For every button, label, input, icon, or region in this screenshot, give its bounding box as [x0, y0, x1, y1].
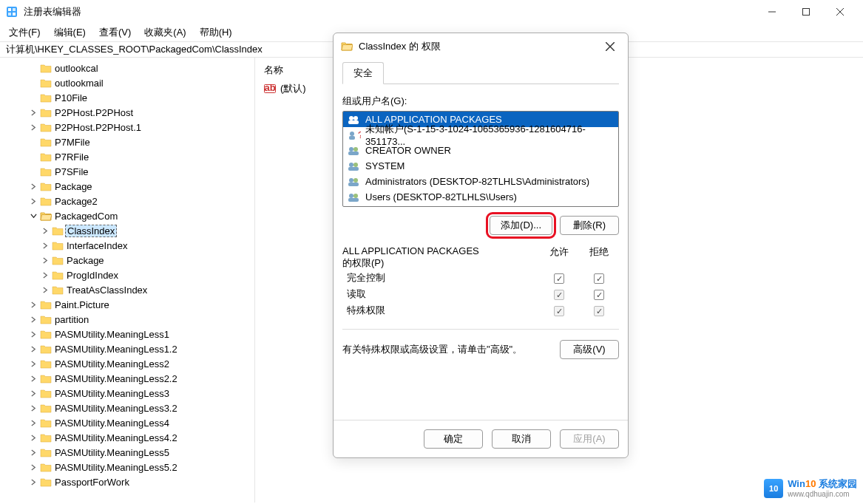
- tree-item[interactable]: PassportForWork: [0, 474, 254, 489]
- registry-tree[interactable]: outlookcaloutlookmailP10FileP2PHost.P2PH…: [0, 58, 255, 503]
- tree-item[interactable]: ProgIdIndex: [0, 268, 254, 282]
- chevron-right-icon[interactable]: [28, 329, 38, 339]
- window-maximize-button[interactable]: [789, 0, 823, 24]
- chevron-right-icon[interactable]: [28, 432, 38, 443]
- tree-item[interactable]: PackagedCom: [0, 208, 254, 223]
- folder-icon: [40, 181, 52, 191]
- tree-item[interactable]: Paint.Picture: [0, 297, 254, 312]
- permission-name: 完全控制: [342, 271, 539, 285]
- chevron-right-icon[interactable]: [28, 181, 38, 191]
- tree-item[interactable]: P7MFile: [0, 134, 254, 149]
- permission-row: 完全控制: [342, 270, 619, 286]
- tree-item-label: outlookmail: [55, 78, 104, 89]
- menu-favorites[interactable]: 收藏夹(A): [138, 24, 192, 41]
- tree-item-label: Package: [67, 255, 104, 266]
- tree-item[interactable]: outlookmail: [0, 75, 254, 90]
- remove-button[interactable]: 删除(R): [560, 216, 619, 235]
- tree-item[interactable]: outlookcal: [0, 61, 254, 75]
- chevron-right-icon[interactable]: [40, 255, 50, 265]
- chevron-right-icon[interactable]: [28, 462, 38, 472]
- svg-rect-5: [803, 9, 810, 16]
- tree-item[interactable]: PASMUtility.MeaningLess2: [0, 356, 254, 371]
- svg-rect-1: [8, 8, 11, 11]
- users-listbox[interactable]: ALL APPLICATION PACKAGES?未知帐户(S-1-15-3-1…: [342, 111, 619, 207]
- tree-item-label: PassportForWork: [55, 477, 129, 488]
- user-list-item[interactable]: Users (DESKTOP-82TLHLS\Users): [343, 189, 618, 205]
- chevron-right-icon[interactable]: [28, 314, 38, 324]
- watermark-brand: Win10 系统家园: [788, 479, 857, 489]
- folder-icon: [40, 462, 52, 472]
- chevron-right-icon[interactable]: [28, 447, 38, 457]
- chevron-right-icon[interactable]: [28, 299, 38, 310]
- tree-item[interactable]: PASMUtility.MeaningLess1.2: [0, 341, 254, 356]
- tab-security[interactable]: 安全: [342, 62, 384, 84]
- menu-file[interactable]: 文件(F): [3, 24, 47, 41]
- user-list-item[interactable]: SYSTEM: [343, 158, 618, 174]
- chevron-right-icon[interactable]: [28, 196, 38, 206]
- address-path: 计算机\HKEY_CLASSES_ROOT\PackagedCom\ClassI…: [6, 43, 263, 56]
- tree-item[interactable]: ClassIndex: [0, 223, 254, 238]
- svg-point-20: [349, 178, 353, 183]
- tree-item[interactable]: P10File: [0, 90, 254, 105]
- tree-item[interactable]: PASMUtility.MeaningLess5: [0, 445, 254, 460]
- tree-item-label: InterfaceIndex: [67, 240, 127, 251]
- tree-item[interactable]: P2PHost.P2PHost.1: [0, 120, 254, 134]
- tree-item[interactable]: Package2: [0, 194, 254, 208]
- tree-item-label: PASMUtility.MeaningLess3.2: [55, 403, 177, 414]
- tree-item[interactable]: InterfaceIndex: [0, 238, 254, 253]
- chevron-right-icon[interactable]: [28, 477, 38, 487]
- chevron-right-icon[interactable]: [28, 388, 38, 398]
- apply-button[interactable]: 应用(A): [560, 429, 619, 449]
- chevron-right-icon[interactable]: [40, 285, 50, 295]
- tree-item[interactable]: PASMUtility.MeaningLess5.2: [0, 460, 254, 474]
- chevron-right-icon[interactable]: [28, 373, 38, 384]
- tree-item[interactable]: P2PHost.P2PHost: [0, 105, 254, 120]
- tree-item[interactable]: PASMUtility.MeaningLess2.2: [0, 371, 254, 386]
- tree-item[interactable]: Package: [0, 253, 254, 268]
- advanced-button[interactable]: 高级(V): [560, 340, 619, 359]
- chevron-right-icon[interactable]: [40, 270, 50, 280]
- chevron-down-icon[interactable]: [28, 211, 38, 221]
- svg-point-8: [349, 116, 353, 120]
- permission-row: 特殊权限: [342, 302, 619, 319]
- perm-for-line2: 的权限(P): [342, 257, 384, 268]
- menu-view[interactable]: 查看(V): [93, 24, 137, 41]
- chevron-right-icon[interactable]: [28, 344, 38, 354]
- chevron-right-icon[interactable]: [28, 107, 38, 118]
- chevron-right-icon[interactable]: [28, 418, 38, 428]
- tree-item[interactable]: PASMUtility.MeaningLess3: [0, 386, 254, 401]
- window-minimize-button[interactable]: [755, 0, 789, 24]
- value-name: (默认): [280, 82, 306, 95]
- menu-help[interactable]: 帮助(H): [194, 24, 238, 41]
- user-list-item[interactable]: ?未知帐户(S-1-15-3-1024-1065365936-128160471…: [343, 127, 618, 143]
- tree-item[interactable]: PASMUtility.MeaningLess3.2: [0, 401, 254, 415]
- ok-button[interactable]: 确定: [424, 429, 483, 449]
- cancel-button[interactable]: 取消: [492, 429, 551, 449]
- tree-item[interactable]: PASMUtility.MeaningLess4: [0, 415, 254, 430]
- checkbox[interactable]: [594, 273, 604, 284]
- tree-item[interactable]: P7SFile: [0, 164, 254, 179]
- users-icon: [348, 146, 361, 156]
- chevron-right-icon[interactable]: [28, 403, 38, 413]
- svg-point-17: [349, 163, 353, 167]
- checkbox[interactable]: [594, 290, 604, 300]
- tree-item[interactable]: PASMUtility.MeaningLess4.2: [0, 430, 254, 445]
- tree-item[interactable]: TreatAsClassIndex: [0, 282, 254, 297]
- checkbox[interactable]: [554, 273, 564, 284]
- tree-item[interactable]: PASMUtility.MeaningLess1: [0, 327, 254, 341]
- menu-edit[interactable]: 编辑(E): [48, 24, 92, 41]
- chevron-right-icon[interactable]: [28, 122, 38, 132]
- folder-icon: [40, 211, 52, 221]
- tree-item[interactable]: partition: [0, 312, 254, 327]
- user-list-item[interactable]: Administrators (DESKTOP-82TLHLS\Administ…: [343, 174, 618, 189]
- folder-icon: [40, 63, 52, 73]
- chevron-right-icon[interactable]: [40, 225, 50, 236]
- dialog-titlebar[interactable]: ClassIndex 的 权限: [334, 33, 628, 60]
- tree-item[interactable]: Package: [0, 179, 254, 194]
- add-button[interactable]: 添加(D)...: [490, 216, 552, 235]
- chevron-right-icon[interactable]: [28, 358, 38, 369]
- window-close-button[interactable]: [823, 0, 857, 24]
- chevron-right-icon[interactable]: [40, 240, 50, 251]
- dialog-close-button[interactable]: [600, 36, 620, 57]
- tree-item[interactable]: P7RFile: [0, 149, 254, 164]
